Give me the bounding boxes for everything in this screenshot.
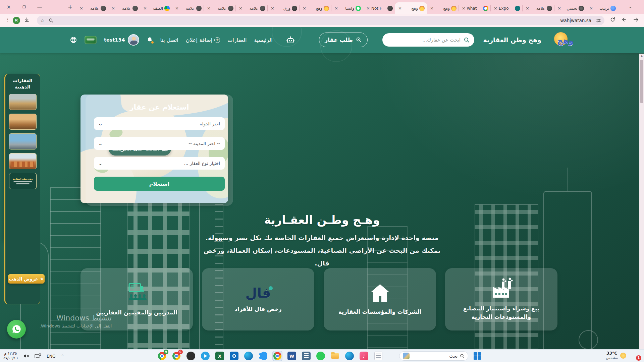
bookmark-star-icon[interactable]: ☆ [40, 18, 45, 23]
site-settings-icon[interactable] [596, 18, 601, 23]
new-tab-button[interactable]: + [66, 3, 74, 12]
nav-properties[interactable]: العقارات [227, 37, 247, 43]
reload-icon[interactable] [610, 17, 615, 22]
tab-close-icon[interactable]: × [79, 6, 83, 11]
nav-contact[interactable]: اتصل بنا [160, 37, 178, 43]
tab[interactable]: ×علامة [108, 2, 140, 14]
property-type-select[interactable]: اختيار نوع العقار ... ⌄ [94, 157, 225, 170]
tab-close-icon[interactable]: × [589, 6, 593, 11]
window-close-icon[interactable]: × [5, 4, 12, 10]
calculator-icon[interactable] [301, 351, 311, 361]
tab-close-icon[interactable]: × [526, 6, 529, 11]
outlook-icon[interactable]: O [229, 351, 239, 361]
vscode-icon[interactable] [258, 351, 268, 361]
property-search-box[interactable] [382, 33, 474, 47]
golden-property-thumb[interactable] [9, 114, 37, 130]
tab[interactable]: ×وهج [427, 2, 459, 14]
tab-close-icon[interactable]: × [239, 6, 243, 11]
tab-active[interactable]: ×وهج [395, 2, 427, 14]
tab[interactable]: ×تحسي [554, 2, 586, 14]
brand[interactable]: وهج وهج وطن العقارية [483, 32, 574, 48]
profile-avatar[interactable]: R [13, 17, 20, 24]
tab[interactable]: ×علامة [76, 2, 108, 14]
globe-language-icon[interactable] [70, 36, 77, 44]
notification-bell-icon[interactable] [147, 37, 153, 43]
tab[interactable]: ×ورق [268, 2, 300, 14]
language-indicator[interactable]: ENG [47, 354, 56, 359]
inquiry-submit-button[interactable]: استعلام [94, 177, 225, 191]
taskbar-search[interactable]: بحث [399, 351, 468, 361]
tab[interactable]: ×Not F [363, 2, 395, 14]
url-bar[interactable]: ☆ wahjwatan.sa [37, 16, 604, 25]
scrollbar-thumb[interactable] [640, 60, 643, 103]
tab-close-icon[interactable]: × [334, 6, 338, 11]
golden-property-thumb[interactable] [9, 94, 37, 110]
tab[interactable]: ×what [459, 2, 491, 14]
browser-menu-icon[interactable]: ⋮ [5, 17, 10, 22]
nav-home[interactable]: الرئيسية [254, 37, 273, 43]
excel-icon[interactable]: X [215, 351, 225, 361]
windows-start-button[interactable] [474, 352, 482, 360]
touch-keyboard-icon[interactable] [35, 353, 41, 359]
tab[interactable]: ×واتسا [331, 2, 363, 14]
volume-muted-icon[interactable] [23, 353, 29, 359]
tab-close-icon[interactable]: × [207, 6, 211, 11]
user-chip[interactable]: test134 [104, 34, 139, 46]
nav-add-listing[interactable]: + إضافة إعلان [186, 37, 220, 43]
tab[interactable]: ×الصف [140, 2, 172, 14]
chatbot-robot-icon[interactable] [284, 34, 297, 46]
page-scrollbar[interactable]: ▲ [639, 54, 644, 349]
golden-promo-thumb[interactable]: وهج وطن العقارية [9, 173, 37, 189]
saudi-flag-icon[interactable] [85, 36, 97, 44]
golden-property-thumb[interactable] [9, 153, 37, 169]
tab-close-icon[interactable]: × [303, 6, 306, 11]
service-card-companies[interactable]: الشركات والمؤسسات العقارية [324, 268, 436, 330]
tab-close-icon[interactable]: × [494, 6, 497, 11]
url-text[interactable]: wahjwatan.sa [560, 18, 591, 23]
tray-chevron-up-icon[interactable]: ⌃ [61, 354, 64, 358]
word-icon[interactable]: W [287, 351, 297, 361]
download-icon[interactable] [24, 17, 30, 22]
tab-close-icon[interactable]: × [557, 6, 561, 11]
tab[interactable]: ×علامة [172, 2, 204, 14]
edge-icon[interactable] [344, 351, 355, 361]
forward-icon[interactable] [633, 17, 639, 22]
tab[interactable]: ×علامة [204, 2, 236, 14]
tab-close-icon[interactable]: × [430, 6, 434, 11]
chrome-icon[interactable]: 6 [171, 351, 181, 361]
chrome-icon[interactable]: 9 [157, 351, 167, 361]
tab-close-icon[interactable]: × [143, 6, 147, 11]
telegram-icon[interactable] [200, 351, 210, 361]
whatsapp-app-icon[interactable] [316, 351, 326, 361]
scrollbar-up-arrow[interactable]: ▲ [639, 54, 644, 57]
notification-count-badge[interactable]: 1 [636, 355, 641, 361]
back-icon[interactable] [621, 17, 627, 22]
city-select[interactable]: -- اختر المدينة -- ⌄ [94, 137, 225, 150]
tab-close-icon[interactable]: × [462, 6, 466, 11]
service-card-fal-licenses[interactable]: فال رخص فال للأفراد [202, 268, 314, 330]
window-restore-icon[interactable]: ❐ [21, 5, 28, 9]
tab-close-icon[interactable]: × [271, 6, 274, 11]
tab-close-icon[interactable]: × [175, 6, 179, 11]
tab[interactable]: ×علامة [236, 2, 268, 14]
chrome-active-icon[interactable] [272, 351, 282, 361]
window-minimize-icon[interactable]: — [36, 4, 43, 10]
dark-app-icon[interactable] [186, 351, 196, 361]
tab[interactable]: ×ترتيب [586, 2, 618, 14]
gold-offers-button[interactable]: ★ عروض الذهب [8, 274, 45, 284]
tab-close-icon[interactable]: × [111, 6, 115, 11]
tab-close-icon[interactable]: × [398, 6, 402, 11]
tab-close-icon[interactable]: × [366, 6, 370, 11]
clock[interactable]: ١٢:٢٥ م ٤٧/٠٦/١٦ [3, 351, 18, 361]
weather-widget[interactable]: 33°C مشمس [606, 351, 626, 360]
music-app-icon[interactable]: ♪ [359, 351, 369, 361]
golden-property-thumb[interactable] [9, 133, 37, 149]
tab-overflow-chevron-icon[interactable]: ⌄ [629, 4, 632, 9]
edge-icon[interactable] [244, 351, 254, 361]
tab[interactable]: ×علامة [523, 2, 554, 14]
search-input[interactable] [387, 37, 461, 43]
search-lens-icon[interactable] [49, 18, 53, 23]
notepad-icon[interactable] [373, 351, 383, 361]
service-card-factories[interactable]: بيع وشراء واستثمار المصانع والمستودعات ا… [445, 268, 557, 330]
tab[interactable]: ×Expo [491, 2, 523, 14]
